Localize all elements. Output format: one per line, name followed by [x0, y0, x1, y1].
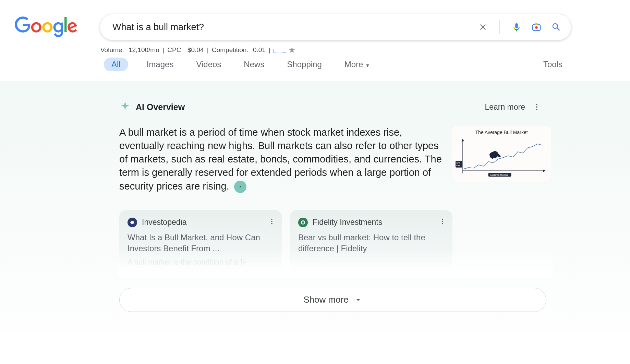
card-more-icon[interactable]: [439, 218, 446, 227]
collapse-button[interactable]: [234, 181, 246, 193]
tab-videos[interactable]: Videos: [192, 58, 225, 71]
svg-point-16: [271, 221, 272, 222]
svg-point-19: [442, 219, 443, 220]
svg-point-1: [535, 26, 538, 29]
search-input[interactable]: [112, 22, 478, 33]
ai-overview-text: A bull market is a period of time when s…: [119, 126, 446, 193]
svg-point-5: [536, 109, 537, 110]
ai-sparkle-icon: [119, 100, 131, 113]
tools-button[interactable]: Tools: [543, 60, 562, 69]
svg-point-15: [271, 219, 272, 220]
more-options-icon[interactable]: [533, 103, 541, 111]
svg-point-3: [536, 104, 537, 105]
google-logo[interactable]: [14, 16, 78, 39]
favicon-icon: [128, 218, 137, 227]
card-title: What Is a Bull Market, and How Can Inves…: [128, 232, 274, 254]
svg-rect-2: [535, 23, 538, 25]
svg-point-4: [536, 106, 537, 108]
favicon-icon: [298, 218, 308, 227]
clear-icon[interactable]: [478, 22, 488, 32]
tab-shopping[interactable]: Shopping: [283, 58, 326, 71]
source-name: Fidelity Investments: [313, 218, 382, 227]
ai-overview-image[interactable]: The Average Bull Market 12% Gain Lasts 9…: [452, 126, 551, 181]
chevron-down-icon: ▼: [365, 63, 370, 68]
voice-search-icon[interactable]: [511, 22, 522, 32]
svg-text:Gain: Gain: [456, 165, 460, 167]
svg-point-21: [442, 223, 443, 224]
card-snippet: A bull market is the condition of a fi-: [128, 258, 274, 267]
card-title: Bear vs bull market: How to tell the dif…: [298, 232, 444, 254]
svg-text:Lasts 9.6 Months: Lasts 9.6 Months: [490, 174, 508, 176]
search-bar: [100, 14, 571, 40]
source-card[interactable]: Investopedia What Is a Bull Market, and …: [119, 210, 282, 276]
tab-all[interactable]: All: [104, 58, 128, 71]
svg-point-17: [271, 223, 272, 224]
svg-marker-9: [543, 169, 546, 172]
source-name: Investopedia: [142, 218, 186, 227]
svg-text:12%: 12%: [456, 162, 460, 164]
ai-overview-title: AI Overview: [136, 102, 185, 112]
search-icon[interactable]: [551, 22, 561, 32]
star-icon[interactable]: ★: [288, 45, 296, 55]
card-more-icon[interactable]: [268, 218, 276, 227]
trend-sparkline-icon: [274, 47, 286, 53]
chevron-up-icon: [238, 184, 243, 190]
chevron-down-icon: [354, 296, 362, 304]
tab-more[interactable]: More▼: [340, 58, 374, 71]
learn-more-link[interactable]: Learn more: [485, 102, 525, 112]
tab-news[interactable]: News: [240, 58, 268, 71]
svg-marker-7: [461, 139, 464, 142]
tab-images[interactable]: Images: [143, 58, 178, 71]
show-more-button[interactable]: Show more: [119, 288, 546, 312]
thumb-title: The Average Bull Market: [456, 130, 547, 135]
image-search-icon[interactable]: [531, 22, 542, 32]
svg-point-20: [442, 221, 443, 222]
source-card[interactable]: Fidelity Investments Bear vs bull market…: [290, 210, 452, 276]
seo-metrics: Volume: 12,100/mo | CPC: $0.04 | Competi…: [100, 45, 630, 55]
